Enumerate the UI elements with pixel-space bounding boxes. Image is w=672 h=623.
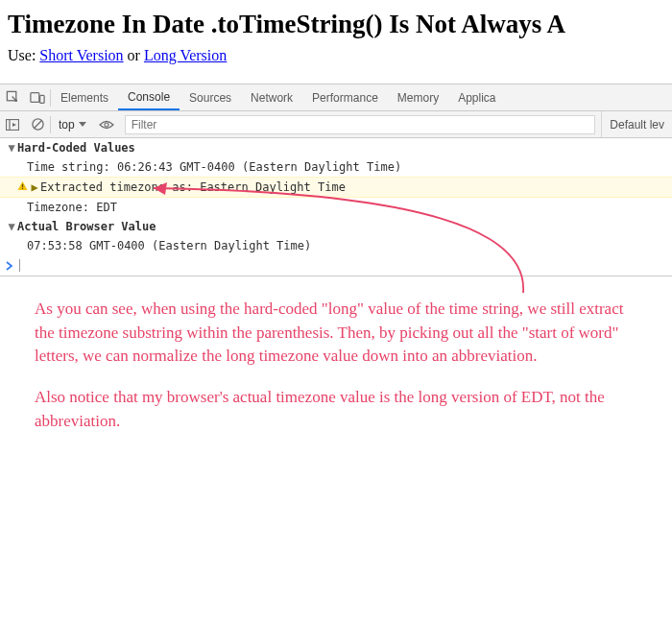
log-text: Time string: 06:26:43 GMT-0400 (Eastern … [27, 160, 401, 174]
console-group-header[interactable]: ▼ Actual Browser Value [0, 217, 672, 236]
svg-rect-2 [40, 95, 44, 103]
svg-marker-8 [79, 122, 86, 127]
console-log-line: Timezone: EDT [0, 198, 672, 217]
short-version-link[interactable]: Short Version [39, 47, 123, 63]
page-title: Timezone In Date .toTimeString() Is Not … [8, 10, 664, 39]
clear-console-icon[interactable] [25, 111, 50, 137]
eye-icon[interactable] [94, 111, 119, 137]
console-group-header[interactable]: ▼ Hard-Coded Values [0, 138, 672, 157]
console-warn-line: ▶ Extracted timezone as: Eastern Dayligh… [0, 177, 672, 198]
tab-performance[interactable]: Performance [302, 84, 388, 110]
tab-memory[interactable]: Memory [388, 84, 448, 110]
console-output: ▼ Hard-Coded Values Time string: 06:26:4… [0, 138, 672, 276]
tab-elements[interactable]: Elements [51, 84, 118, 110]
annotation-paragraph: Also notice that my browser's actual tim… [35, 386, 645, 433]
context-label: top [59, 118, 75, 132]
svg-rect-1 [31, 92, 39, 102]
svg-marker-5 [12, 123, 16, 127]
disclosure-triangle-icon[interactable]: ▼ [6, 220, 17, 233]
prompt-cursor [19, 259, 20, 272]
long-version-link[interactable]: Long Version [144, 47, 227, 63]
svg-rect-11 [21, 184, 22, 187]
console-toolbar: top Default lev [0, 111, 672, 138]
log-text: Timezone: EDT [27, 201, 117, 214]
console-sidebar-toggle-icon[interactable] [0, 111, 25, 137]
inspect-icon[interactable] [0, 84, 25, 110]
devtools-panel: Elements Console Sources Network Perform… [0, 84, 672, 276]
use-label: Use: [8, 47, 36, 63]
devtools-tabs: Elements Console Sources Network Perform… [0, 84, 672, 111]
disclosure-triangle-icon[interactable]: ▼ [6, 141, 17, 155]
use-line: Use: Short Version or Long Version [0, 43, 672, 84]
chevron-down-icon [79, 122, 86, 128]
tab-network[interactable]: Network [241, 84, 302, 110]
tab-console[interactable]: Console [118, 84, 180, 110]
disclosure-triangle-icon[interactable]: ▶ [29, 180, 40, 194]
group-title: Hard-Coded Values [17, 141, 135, 155]
tab-sources[interactable]: Sources [180, 84, 241, 110]
annotation-block: As you can see, when using the hard-code… [0, 276, 672, 460]
filter-input[interactable] [125, 115, 596, 134]
device-toggle-icon[interactable] [25, 84, 50, 110]
context-selector[interactable]: top [51, 118, 94, 132]
console-log-line: 07:53:58 GMT-0400 (Eastern Daylight Time… [0, 236, 672, 255]
annotation-paragraph: As you can see, when using the hard-code… [35, 298, 645, 369]
console-log-line: Time string: 06:26:43 GMT-0400 (Eastern … [0, 157, 672, 177]
warning-icon [15, 180, 29, 191]
group-title: Actual Browser Value [17, 220, 156, 233]
svg-point-9 [105, 123, 108, 127]
console-prompt[interactable] [0, 255, 672, 276]
tab-application[interactable]: Applica [448, 84, 505, 110]
log-text: 07:53:58 GMT-0400 (Eastern Daylight Time… [27, 239, 311, 252]
log-level-selector[interactable]: Default lev [601, 111, 672, 137]
svg-line-7 [34, 121, 40, 128]
svg-rect-12 [21, 188, 22, 189]
or-text: or [124, 47, 144, 63]
log-text: Extracted timezone as: Eastern Daylight … [40, 180, 346, 194]
prompt-caret-icon [6, 261, 13, 271]
